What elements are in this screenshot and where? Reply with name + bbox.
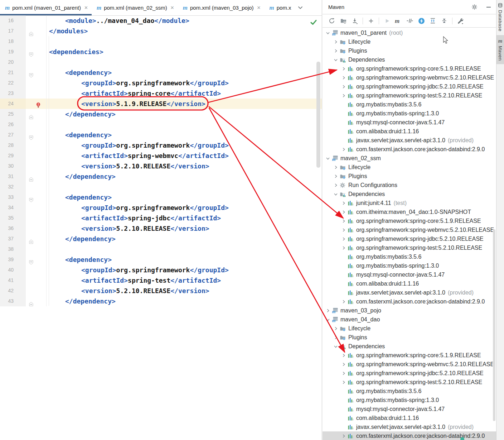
tree-row[interactable]: com.fasterxml.jackson.core:jackson-datab…: [323, 431, 496, 440]
chevron-right-icon[interactable]: [340, 93, 348, 98]
code-line[interactable]: 17</modules>: [0, 26, 322, 36]
code-line[interactable]: 35<artifactId>spring-jdbc</artifactId>: [0, 213, 322, 223]
tab-pom-maven-03-pojo[interactable]: m pom.xml (maven_03_pojo) ✕: [178, 0, 265, 15]
expand-all-button[interactable]: [428, 16, 437, 25]
code-line[interactable]: 21<dependency>: [0, 67, 322, 78]
chevron-right-icon[interactable]: [340, 371, 348, 376]
chevron-right-icon[interactable]: [340, 434, 348, 439]
chevron-right-icon[interactable]: [332, 335, 340, 340]
download-button[interactable]: [350, 16, 359, 25]
tree-row[interactable]: Lifecycle: [323, 37, 496, 46]
code-line[interactable]: 28<groupId>org.springframework</groupId>: [0, 140, 322, 150]
chevron-right-icon[interactable]: [340, 66, 348, 71]
code-line[interactable]: 37</dependency>: [0, 234, 322, 244]
code-line[interactable]: 43</dependency>: [0, 296, 322, 306]
tree-row[interactable]: mmaven_01_parent(root): [323, 28, 496, 37]
tree-row[interactable]: org.springframework:spring-test:5.2.10.R…: [323, 378, 496, 387]
tree-row[interactable]: mmaven_02_ssm: [323, 154, 496, 163]
tree-row[interactable]: mysql:mysql-connector-java:5.1.47: [323, 270, 496, 279]
maven-goal-button[interactable]: m: [394, 16, 403, 25]
tree-row[interactable]: Dependencies: [323, 342, 496, 351]
tree-row[interactable]: com.fasterxml.jackson.core:jackson-datab…: [323, 145, 496, 154]
tree-row[interactable]: Dependencies: [323, 55, 496, 64]
tree-row[interactable]: mysql:mysql-connector-java:5.1.47: [323, 405, 496, 413]
tree-row[interactable]: Lifecycle: [323, 324, 496, 333]
chevron-right-icon[interactable]: [332, 183, 340, 188]
chevron-right-icon[interactable]: [340, 147, 348, 152]
sync-folder-button[interactable]: [339, 16, 348, 25]
tree-row[interactable]: Plugins: [323, 333, 496, 342]
chevron-right-icon[interactable]: [332, 48, 340, 53]
tree-row[interactable]: Run Configurations: [323, 181, 496, 190]
tree-row[interactable]: org.springframework:spring-core:5.1.9.RE…: [323, 351, 496, 360]
chevron-right-icon[interactable]: [340, 362, 348, 367]
close-icon[interactable]: ✕: [257, 5, 261, 10]
tree-row[interactable]: com.alibaba:druid:1.1.16: [323, 127, 496, 136]
chevron-down-icon[interactable]: [332, 57, 340, 62]
chevron-right-icon[interactable]: [324, 308, 332, 313]
tree-row[interactable]: mmaven_04_dao: [323, 315, 496, 324]
chevron-right-icon[interactable]: [340, 210, 348, 215]
code-line[interactable]: 19<dependencies>: [0, 47, 322, 57]
code-line[interactable]: 39<dependency>: [0, 254, 322, 265]
tab-pom-truncated[interactable]: m pom.x: [265, 0, 295, 15]
tree-row[interactable]: Lifecycle: [323, 163, 496, 172]
tree-row[interactable]: com.alibaba:druid:1.1.16: [323, 413, 496, 422]
tree-row[interactable]: org.springframework:spring-webmvc:5.2.10…: [323, 73, 496, 82]
tree-row[interactable]: org.springframework:spring-jdbc:5.2.10.R…: [323, 82, 496, 91]
chevron-down-icon[interactable]: [324, 156, 332, 161]
code-line[interactable]: 29<artifactId>spring-webmvc</artifactId>: [0, 150, 322, 161]
code-line[interactable]: 20: [0, 57, 322, 67]
code-line[interactable]: 32: [0, 182, 322, 192]
code-line[interactable]: 24<version>5.1.9.RELEASE</version>: [0, 99, 322, 109]
stripe-item-maven[interactable]: m Maven: [496, 35, 504, 64]
chevron-right-icon[interactable]: [340, 228, 348, 233]
code-editor[interactable]: 16<module>../maven_04_dao</module>17</mo…: [0, 15, 322, 306]
chevron-down-icon[interactable]: [332, 344, 340, 349]
run-button[interactable]: [382, 16, 392, 25]
fold-end-icon[interactable]: [29, 299, 33, 309]
tree-row[interactable]: org.mybatis:mybatis:3.5.6: [323, 100, 496, 109]
tree-row[interactable]: org.springframework:spring-jdbc:5.2.10.R…: [323, 234, 496, 243]
close-icon[interactable]: ✕: [170, 5, 174, 10]
tree-row[interactable]: org.springframework:spring-webmvc:5.2.10…: [323, 360, 496, 369]
chevron-right-icon[interactable]: [332, 165, 340, 170]
tree-row[interactable]: org.mybatis:mybatis:3.5.6: [323, 252, 496, 261]
tree-row[interactable]: javax.servlet:javax.servlet-api:3.1.0(pr…: [323, 136, 496, 145]
code-line[interactable]: 23<artifactId>spring-core</artifactId>: [0, 88, 322, 99]
tree-row[interactable]: org.mybatis:mybatis-spring:1.3.0: [323, 261, 496, 270]
chevron-right-icon[interactable]: [340, 201, 348, 206]
tree-row[interactable]: org.springframework:spring-core:5.1.9.RE…: [323, 216, 496, 225]
minimize-icon[interactable]: [486, 6, 491, 8]
code-line[interactable]: 41<artifactId>spring-test</artifactId>: [0, 275, 322, 286]
code-line[interactable]: 27<dependency>: [0, 130, 322, 140]
code-line[interactable]: 42<version>5.2.10.RELEASE</version>: [0, 286, 322, 296]
code-line[interactable]: 40<groupId>org.springframework</groupId>: [0, 265, 322, 275]
tree-row[interactable]: junit:junit:4.11(test): [323, 199, 496, 207]
close-icon[interactable]: ✕: [84, 5, 88, 10]
chevron-right-icon[interactable]: [332, 326, 340, 331]
tree-row[interactable]: javax.servlet:javax.servlet-api:3.1.0(pr…: [323, 288, 496, 297]
tree-row[interactable]: org.springframework:spring-core:5.1.9.RE…: [323, 64, 496, 73]
tree-row[interactable]: Plugins: [323, 46, 496, 55]
tree-row[interactable]: Dependencies: [323, 190, 496, 199]
chevron-right-icon[interactable]: [340, 219, 348, 224]
hidden-tabs-chevron-down-icon[interactable]: [295, 0, 306, 15]
settings-gear-icon[interactable]: [471, 4, 478, 10]
chevron-down-icon[interactable]: [332, 192, 340, 197]
code-line[interactable]: 34<groupId>org.springframework</groupId>: [0, 202, 322, 213]
tree-row[interactable]: Plugins: [323, 172, 496, 181]
tree-row[interactable]: com.itheima:maven_04_dao:1.0-SNAPSHOT: [323, 207, 496, 216]
code-line[interactable]: 22<groupId>org.springframework</groupId>: [0, 78, 322, 88]
code-line[interactable]: 25</dependency>: [0, 109, 322, 119]
code-line[interactable]: 33<dependency>: [0, 192, 322, 202]
tree-row[interactable]: org.mybatis:mybatis-spring:1.3.0: [323, 396, 496, 405]
tree-row[interactable]: org.springframework:spring-webmvc:5.2.10…: [323, 225, 496, 234]
chevron-right-icon[interactable]: [332, 39, 340, 44]
tree-row[interactable]: org.springframework:spring-test:5.2.10.R…: [323, 243, 496, 252]
code-line[interactable]: 30<version>5.2.10.RELEASE</version>: [0, 161, 322, 171]
tree-row[interactable]: javax.servlet:javax.servlet-api:3.1.0(pr…: [323, 422, 496, 431]
chevron-right-icon[interactable]: [332, 174, 340, 179]
code-line[interactable]: 18: [0, 36, 322, 47]
tab-pom-maven-02-ssm[interactable]: m pom.xml (maven_02_ssm) ✕: [92, 0, 178, 15]
